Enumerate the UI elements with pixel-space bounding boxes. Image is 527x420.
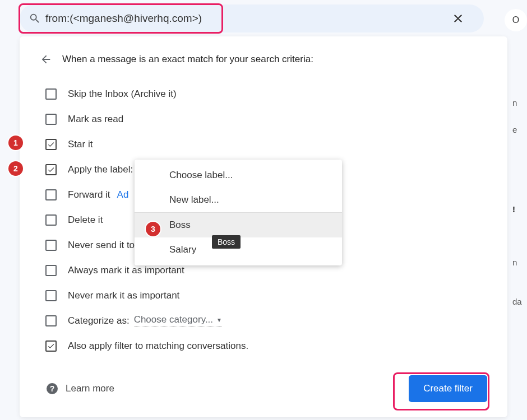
label-star-it: Star it: [68, 139, 497, 150]
checkbox-never-important[interactable]: [45, 290, 57, 301]
label-always-important: Always mark it as important: [68, 265, 497, 276]
panel-header: When a message is an exact match for you…: [62, 54, 313, 65]
checkbox-categorize[interactable]: [45, 315, 57, 326]
learn-more-link[interactable]: Learn more: [66, 383, 409, 394]
option-also-apply[interactable]: Also apply filter to matching conversati…: [30, 333, 497, 358]
chevron-down-icon: ▼: [216, 317, 222, 323]
bg-text: e: [512, 119, 527, 139]
tooltip-boss: Boss: [212, 235, 241, 249]
checkbox-always-important[interactable]: [45, 265, 57, 276]
checkbox-forward-it[interactable]: [45, 189, 57, 200]
create-filter-button[interactable]: Create filter: [409, 375, 487, 402]
help-icon[interactable]: ?: [47, 383, 58, 394]
checkbox-skip-inbox[interactable]: [45, 88, 57, 100]
checkbox-star-it[interactable]: [45, 139, 57, 150]
bg-text: n: [512, 252, 527, 272]
option-star-it[interactable]: Star it: [30, 132, 497, 157]
option-never-important[interactable]: Never mark it as important: [30, 283, 497, 308]
bg-text: n: [512, 92, 527, 113]
option-categorize[interactable]: Categorize as: Choose category... ▼: [30, 308, 497, 333]
label-mark-read: Mark as read: [68, 114, 497, 125]
dropdown-new-label[interactable]: New label...: [135, 188, 342, 212]
annotation-badge-3: 3: [146, 222, 160, 236]
option-mark-read[interactable]: Mark as read: [30, 106, 497, 132]
back-arrow-icon[interactable]: [40, 53, 62, 66]
search-bar[interactable]: from:(<mganesh@hiverhq.com>): [20, 4, 484, 32]
annotation-badge-1: 1: [8, 136, 23, 150]
label-skip-inbox: Skip the Inbox (Archive it): [68, 88, 497, 100]
search-query: from:(<mganesh@hiverhq.com>): [45, 12, 447, 25]
bg-text: !: [512, 199, 527, 219]
bg-text: da: [512, 291, 527, 311]
clear-icon[interactable]: [447, 12, 469, 25]
checkbox-delete-it[interactable]: [45, 214, 57, 226]
dropdown-item-boss[interactable]: Boss: [135, 213, 342, 237]
category-select[interactable]: Choose category... ▼: [134, 314, 222, 327]
label-categorize: Categorize as:: [68, 315, 130, 326]
dropdown-choose-label[interactable]: Choose label...: [135, 163, 342, 188]
label-forward-it: Forward it: [68, 189, 110, 200]
checkbox-never-spam[interactable]: [45, 240, 57, 251]
label-never-important: Never mark it as important: [68, 290, 497, 301]
option-skip-inbox[interactable]: Skip the Inbox (Archive it): [30, 81, 497, 106]
forward-add-link[interactable]: Ad: [117, 189, 129, 200]
category-placeholder: Choose category...: [134, 314, 213, 325]
annotation-badge-2: 2: [8, 161, 23, 176]
search-icon: [29, 12, 45, 25]
label-also-apply: Also apply filter to matching conversati…: [68, 340, 497, 352]
checkbox-apply-label[interactable]: [45, 164, 57, 175]
avatar[interactable]: O: [505, 9, 527, 31]
checkbox-also-apply[interactable]: [45, 340, 57, 352]
label-dropdown: Choose label... New label... Boss Salary: [135, 160, 342, 265]
checkbox-mark-read[interactable]: [45, 114, 57, 125]
